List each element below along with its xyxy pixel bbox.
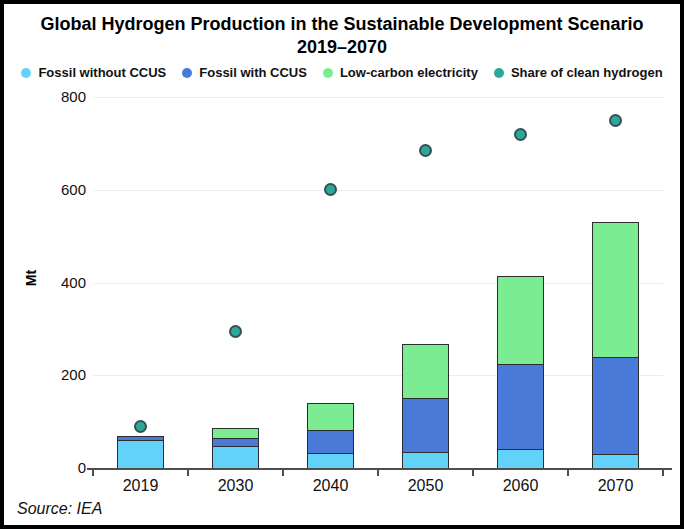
bar-segment [307, 403, 354, 429]
x-tick-label: 2030 [188, 477, 283, 495]
bar-segment [592, 454, 639, 468]
share-dot [419, 144, 432, 157]
legend-item-label: Share of clean hydrogen [511, 65, 663, 80]
legend-item-label: Fossil with CCUS [199, 65, 307, 80]
y-axis-label: Mt [23, 263, 43, 293]
stacked-bar-2019 [117, 436, 164, 468]
y-tick-label: 0 [50, 460, 86, 476]
chart-title-line1: Global Hydrogen Production in the Sustai… [4, 13, 680, 36]
chart-title-line2: 2019–2070 [4, 36, 680, 59]
share-dot [609, 114, 622, 127]
y-tick-label: 200 [50, 367, 86, 383]
legend-item: Share of clean hydrogen [494, 65, 663, 80]
source-note: Source: IEA [17, 500, 102, 518]
bar-segment [212, 446, 259, 468]
bar-segment [497, 449, 544, 468]
bar-segment [117, 440, 164, 468]
y-tick-label: 600 [50, 182, 86, 198]
bar-segment [212, 428, 259, 438]
share-dot [229, 325, 242, 338]
x-tick-label: 2019 [93, 477, 188, 495]
plot-area [93, 97, 663, 468]
bar-segment [497, 276, 544, 364]
stacked-bar-2070 [592, 222, 639, 468]
legend-dot-icon [21, 68, 31, 78]
bar-segment [212, 438, 259, 446]
legend-dot-icon [494, 68, 504, 78]
x-axis-tick [92, 470, 94, 476]
bar-segment [402, 398, 449, 451]
legend-item-label: Low-carbon electricity [340, 65, 478, 80]
share-dot [134, 420, 147, 433]
legend-dot-icon [323, 68, 333, 78]
x-axis-tick [567, 470, 569, 476]
stacked-bar-2030 [212, 428, 259, 468]
x-axis-tick [282, 470, 284, 476]
gridline [93, 190, 663, 191]
stacked-bar-2050 [402, 344, 449, 468]
legend: Fossil without CCUSFossil with CCUSLow-c… [4, 65, 680, 80]
x-tick-label: 2070 [568, 477, 663, 495]
gridline [93, 375, 663, 376]
bar-segment [307, 453, 354, 468]
x-tick-label: 2040 [283, 477, 378, 495]
bar-segment [592, 357, 639, 454]
chart-title: Global Hydrogen Production in the Sustai… [4, 13, 680, 59]
gridline [93, 97, 663, 98]
x-axis-line [87, 468, 672, 470]
bar-segment [592, 222, 639, 356]
stacked-bar-2040 [307, 403, 354, 468]
legend-dot-icon [182, 68, 192, 78]
x-tick-label: 2060 [473, 477, 568, 495]
y-tick-label: 400 [50, 275, 86, 291]
bar-segment [402, 344, 449, 399]
y-tick-label: 800 [50, 89, 86, 105]
share-dot [324, 183, 337, 196]
x-tick-label: 2050 [378, 477, 473, 495]
legend-item: Fossil without CCUS [21, 65, 166, 80]
x-axis-tick [377, 470, 379, 476]
x-axis-tick [472, 470, 474, 476]
legend-item: Low-carbon electricity [323, 65, 478, 80]
x-axis-tick [187, 470, 189, 476]
bar-segment [402, 452, 449, 468]
share-dot [514, 128, 527, 141]
gridline [93, 283, 663, 284]
legend-item: Fossil with CCUS [182, 65, 307, 80]
x-axis-tick [662, 470, 664, 476]
chart-frame: Global Hydrogen Production in the Sustai… [0, 0, 684, 529]
bar-segment [307, 430, 354, 453]
stacked-bar-2060 [497, 276, 544, 468]
legend-item-label: Fossil without CCUS [38, 65, 166, 80]
bar-segment [497, 364, 544, 450]
